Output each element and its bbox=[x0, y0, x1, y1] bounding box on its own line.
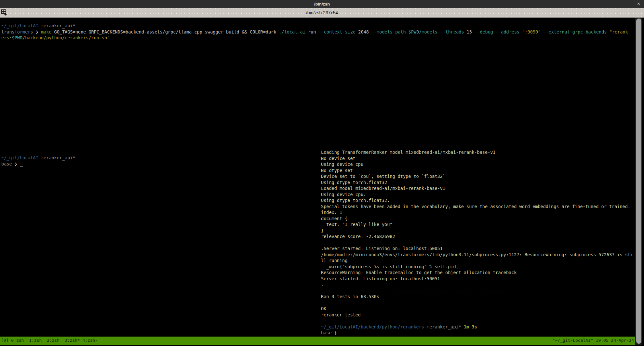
terminal-line bbox=[321, 240, 635, 246]
terminal-line: Using device cpu bbox=[321, 161, 635, 167]
pane-bottom-right[interactable]: Loading TransformerRanker model mixedbre… bbox=[319, 148, 635, 337]
terminal-line: /home/mudler/miniconda3/envs/transformer… bbox=[321, 252, 635, 258]
terminal-line: Using dtype torch.float32. bbox=[321, 197, 635, 204]
terminal-line: . bbox=[321, 282, 635, 288]
terminal-line: Server started. Listening on: localhost:… bbox=[321, 276, 635, 282]
terminal-line: Device set to `cpu`, setting dtype to `f… bbox=[321, 173, 635, 180]
terminal-line: ~/_git/LocalAI reranker_api* bbox=[1, 23, 634, 29]
scrollbar-thumb[interactable] bbox=[636, 19, 641, 344]
terminal-line: base ❯ bbox=[1, 161, 319, 167]
pane-bottom-left[interactable]: ~/_git/LocalAI reranker_api*base ❯ bbox=[0, 148, 319, 337]
terminal-line: .Server started. Listening on: localhost… bbox=[321, 246, 635, 252]
terminal-line: Special tokens have been added in the vo… bbox=[321, 204, 635, 210]
terminal-line: } bbox=[321, 228, 635, 234]
tab-bar[interactable]: /bin/zsh 237x54 bbox=[0, 8, 644, 18]
window-titlebar: /bin/zsh × bbox=[0, 0, 644, 8]
terminal-line: ll running bbox=[321, 258, 635, 264]
terminal-line: Loaded model mixedbread-ai/mxbai-rerank-… bbox=[321, 185, 635, 192]
scrollbar-track[interactable] bbox=[635, 18, 642, 345]
terminal-line: ----------------------------------------… bbox=[321, 288, 635, 294]
terminal-line: ~/_git/LocalAI/backend/python/rerankers … bbox=[321, 324, 635, 330]
tab-label: /bin/zsh 237x54 bbox=[0, 10, 644, 15]
terminal-line: text: "I really like you" bbox=[321, 221, 635, 228]
terminal-line: Using device cpu. bbox=[321, 192, 635, 198]
terminal-line: Loading TransformerRanker model mixedbre… bbox=[321, 149, 635, 155]
scrollbar-area bbox=[635, 18, 644, 345]
terminal-line: relevance_score: -2.46826982 bbox=[321, 233, 635, 240]
tmux-session-info: "~/_git/LocalAI" 19:05 24-Apr-24 bbox=[553, 338, 634, 344]
terminal-line: transformers ❯ make GO_TAGS=none GRPC_BA… bbox=[1, 29, 634, 35]
terminal-line: index: 1 bbox=[321, 209, 635, 216]
terminal-line: Ran 3 tests in 63.530s bbox=[321, 294, 635, 300]
terminal-line: document { bbox=[321, 216, 635, 222]
terminal-line: OK bbox=[321, 306, 635, 312]
terminal-window: /bin/zsh × /bin/zsh 237x54 ~/_git/LocalA… bbox=[0, 0, 644, 346]
terminal-line: reranker tested. bbox=[321, 312, 635, 318]
terminal-line: Using dtype torch.float32 bbox=[321, 180, 635, 186]
terminal-line: _warn("subprocess %s is still running" %… bbox=[321, 264, 635, 270]
text-cursor bbox=[20, 161, 23, 166]
window-menu-icon[interactable] bbox=[1, 9, 9, 16]
terminal-line: ResourceWarning: Enable tracemalloc to g… bbox=[321, 270, 635, 276]
terminal-line: ers:$PWD/backend/python/rerankers/run.sh… bbox=[1, 35, 634, 41]
terminal-line: No dtype set bbox=[321, 167, 635, 174]
terminal-line: ~/_git/LocalAI reranker_api* bbox=[1, 155, 319, 161]
terminal-line bbox=[321, 318, 635, 324]
pane-top[interactable]: ~/_git/LocalAI reranker_api*transformers… bbox=[0, 18, 635, 153]
terminal-line: base ❯ bbox=[321, 330, 635, 336]
terminal-content: ~/_git/LocalAI reranker_api*transformers… bbox=[0, 18, 635, 345]
window-title: /bin/zsh bbox=[314, 2, 330, 7]
tmux-status-bar: [0] 0:zsh 1:zsh 2:zsh 3:zsh* 4:zsh- "~/_… bbox=[0, 337, 635, 345]
close-icon[interactable]: × bbox=[637, 1, 640, 7]
terminal-line bbox=[321, 300, 635, 306]
terminal-line: No device set bbox=[321, 155, 635, 162]
tmux-window-list[interactable]: [0] 0:zsh 1:zsh 2:zsh 3:zsh* 4:zsh- bbox=[1, 338, 98, 344]
